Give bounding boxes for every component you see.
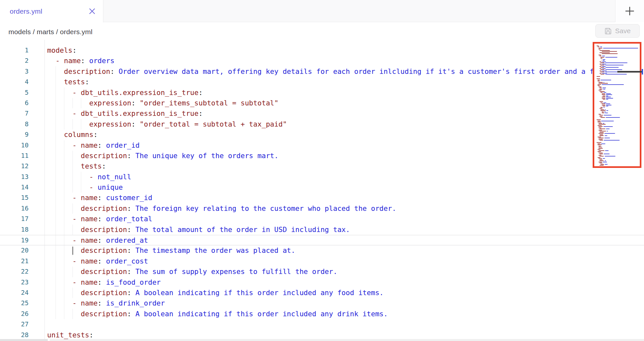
line-number: 2 bbox=[0, 56, 29, 66]
code-text: - name: is_food_order bbox=[47, 277, 161, 288]
line-number: 14 bbox=[0, 182, 29, 193]
code-line[interactable]: 18 description: The total amount of the … bbox=[0, 225, 644, 235]
line-number: 18 bbox=[0, 225, 29, 235]
code-line[interactable]: 23 - name: is_food_order bbox=[0, 277, 644, 288]
line-number: 25 bbox=[0, 298, 29, 308]
line-number: 16 bbox=[0, 203, 29, 214]
code-text: - dbt_utils.expression_is_true: bbox=[47, 108, 203, 119]
code-text: - name: orders bbox=[47, 56, 114, 66]
plus-icon bbox=[625, 6, 635, 16]
code-line[interactable]: 12 tests: bbox=[0, 161, 644, 171]
code-line[interactable]: 4 tests: bbox=[0, 77, 644, 87]
code-text: tests: bbox=[47, 77, 89, 87]
code-line[interactable]: 6 expression: "order_items_subtotal = su… bbox=[0, 98, 644, 108]
text-caret bbox=[72, 247, 73, 255]
code-text: description: The sum of supply expenses … bbox=[47, 266, 337, 277]
code-text: - name: order_cost bbox=[47, 256, 148, 266]
code-line[interactable]: 25 - name: is_drink_order bbox=[0, 298, 644, 308]
minimap-resize-handle[interactable] bbox=[617, 71, 642, 73]
code-editor[interactable]: 1models:2 - name: orders3 description: O… bbox=[0, 38, 644, 341]
code-line[interactable]: 22 description: The sum of supply expens… bbox=[0, 266, 644, 277]
code-text: - not_null bbox=[47, 172, 131, 182]
line-number: 20 bbox=[0, 245, 29, 256]
code-text: description: Order overview data mart, o… bbox=[47, 66, 598, 77]
code-text: - dbt_utils.expression_is_true: bbox=[47, 88, 203, 98]
line-number: 19 bbox=[0, 235, 29, 246]
code-text: - name: order_total bbox=[47, 214, 152, 224]
code-text: - name: is_drink_order bbox=[47, 298, 165, 308]
code-line[interactable]: 2 - name: orders bbox=[0, 56, 644, 66]
breadcrumb: models / marts / orders.yml bbox=[8, 28, 93, 36]
code-line[interactable]: 1models: bbox=[0, 45, 644, 56]
line-number: 17 bbox=[0, 214, 29, 224]
minimap-line bbox=[597, 166, 640, 167]
line-number: 10 bbox=[0, 140, 29, 151]
line-number: 8 bbox=[0, 119, 29, 130]
code-text: columns: bbox=[47, 130, 97, 140]
code-line[interactable]: 8 expression: "order_total = subtotal + … bbox=[0, 119, 644, 130]
line-number: 7 bbox=[0, 108, 29, 119]
line-number: 24 bbox=[0, 288, 29, 298]
line-number: 13 bbox=[0, 172, 29, 182]
line-number: 5 bbox=[0, 88, 29, 98]
code-line[interactable]: 5 - dbt_utils.expression_is_true: bbox=[0, 88, 644, 98]
tab-orders-yml[interactable]: orders.yml bbox=[0, 0, 103, 22]
x-icon bbox=[89, 8, 95, 14]
code-line[interactable]: 19 - name: ordered_at bbox=[0, 235, 644, 245]
code-text: description: A boolean indicating if thi… bbox=[47, 288, 384, 298]
code-line[interactable]: 24 description: A boolean indicating if … bbox=[0, 288, 644, 298]
code-line[interactable]: 14 - unique bbox=[0, 182, 644, 193]
code-line[interactable]: 7 - dbt_utils.expression_is_true: bbox=[0, 108, 644, 119]
scrollbar-notch bbox=[48, 339, 50, 341]
code-line[interactable]: 9 columns: bbox=[0, 130, 644, 140]
code-line[interactable]: 21 - name: order_cost bbox=[0, 256, 644, 266]
floppy-disk-icon bbox=[604, 27, 612, 35]
code-line[interactable]: 16 description: The foreign key relating… bbox=[0, 203, 644, 214]
minimap-highlight-border[interactable] bbox=[593, 42, 641, 168]
code-line[interactable]: 10 - name: order_id bbox=[0, 140, 644, 151]
horizontal-scrollbar-thumb[interactable] bbox=[0, 339, 48, 341]
code-text: expression: "order_total = subtotal + ta… bbox=[47, 119, 287, 130]
code-text: models: bbox=[47, 45, 77, 56]
line-number: 21 bbox=[0, 256, 29, 266]
new-tab-button[interactable] bbox=[615, 0, 644, 22]
code-text: description: The total amount of the ord… bbox=[47, 225, 350, 235]
code-line[interactable]: 27 bbox=[0, 319, 644, 330]
line-number: 3 bbox=[0, 66, 29, 77]
line-number: 4 bbox=[0, 77, 29, 87]
code-text: expression: "order_items_subtotal = subt… bbox=[47, 98, 278, 108]
line-number: 26 bbox=[0, 309, 29, 319]
code-text: - unique bbox=[47, 182, 123, 193]
line-number: 11 bbox=[0, 151, 29, 161]
save-label: Save bbox=[615, 27, 631, 35]
tab-title: orders.yml bbox=[10, 7, 42, 15]
code-text: tests: bbox=[47, 161, 106, 171]
code-text: - name: order_id bbox=[47, 140, 140, 151]
code-line[interactable]: 13 - not_null bbox=[0, 172, 644, 182]
code-line[interactable]: 11 description: The unique key of the or… bbox=[0, 151, 644, 161]
code-text: description: The foreign key relating to… bbox=[47, 203, 396, 214]
code-text: - name: customer_id bbox=[47, 193, 152, 203]
minimap[interactable] bbox=[594, 44, 640, 166]
line-number: 6 bbox=[0, 98, 29, 108]
scrollbar-cursor-marker bbox=[642, 69, 643, 75]
line-number: 12 bbox=[0, 161, 29, 171]
code-text: description: The timestamp the order was… bbox=[47, 245, 295, 256]
line-number: 27 bbox=[0, 319, 29, 330]
code-line[interactable]: 26 description: A boolean indicating if … bbox=[0, 309, 644, 319]
code-text: - name: ordered_at bbox=[47, 235, 148, 246]
code-line[interactable]: 15 - name: customer_id bbox=[0, 193, 644, 203]
code-lines[interactable]: 1models:2 - name: orders3 description: O… bbox=[0, 45, 644, 340]
tab-close-button[interactable] bbox=[89, 8, 95, 14]
code-line[interactable]: 17 - name: order_total bbox=[0, 214, 644, 224]
line-number: 15 bbox=[0, 193, 29, 203]
code-text: description: The unique key of the order… bbox=[47, 151, 278, 161]
code-text: description: A boolean indicating if thi… bbox=[47, 309, 388, 319]
save-button[interactable]: Save bbox=[595, 24, 640, 38]
line-number: 9 bbox=[0, 130, 29, 140]
code-line[interactable]: 20 description: The timestamp the order … bbox=[0, 245, 644, 256]
line-number: 1 bbox=[0, 45, 29, 56]
horizontal-scrollbar[interactable] bbox=[0, 339, 644, 341]
code-line[interactable]: 3 description: Order overview data mart,… bbox=[0, 66, 644, 77]
line-number: 23 bbox=[0, 277, 29, 288]
